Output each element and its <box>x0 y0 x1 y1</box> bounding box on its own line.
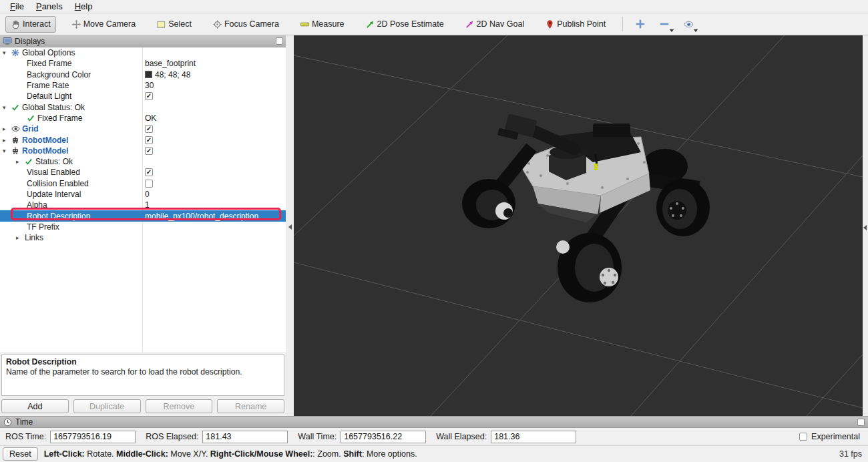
expander-closed-icon[interactable]: ▸ <box>3 137 11 144</box>
expander-open-icon[interactable]: ▾ <box>3 148 11 154</box>
tree-row-robotmodel[interactable]: ▸RobotModel✓ <box>0 134 286 145</box>
displays-panel: Displays ▾Global OptionsFixed Framebase_… <box>0 35 286 416</box>
3d-viewport[interactable] <box>294 35 863 416</box>
tree-row-alpha[interactable]: Alpha1 <box>0 200 286 210</box>
add-button[interactable]: Add <box>1 399 69 413</box>
gear-icon <box>11 49 22 57</box>
tree-row-visual-enabled[interactable]: Visual Enabled✓ <box>0 167 286 178</box>
experimental-label: Experimental <box>811 432 860 441</box>
tree-row-global-options[interactable]: ▾Global Options <box>0 47 286 58</box>
property-label: Background Color <box>27 70 91 79</box>
property-value[interactable]: ✓ <box>145 134 153 145</box>
tree-row-status-ok[interactable]: ▸Status: Ok <box>0 156 286 167</box>
dropdown-caret-icon[interactable] <box>694 29 698 32</box>
tree-row-links[interactable]: ▸Links <box>0 232 286 243</box>
tool-2d-nav-goal[interactable]: 2D Nav Goal <box>459 16 530 33</box>
tree-row-default-light[interactable]: Default Light✓ <box>0 91 286 101</box>
help-segment: Middle-Click: <box>116 449 168 459</box>
time-field-input[interactable] <box>202 431 288 443</box>
property-value[interactable]: ✓ <box>145 124 153 134</box>
checkbox-checked[interactable]: ✓ <box>145 168 153 176</box>
tree-row-robot-description[interactable]: Robot Descriptionmobile_px100/robot_desc… <box>0 210 286 221</box>
help-segment: Shift <box>343 449 362 459</box>
expander-open-icon[interactable]: ▾ <box>3 104 11 111</box>
expander-closed-icon[interactable]: ▸ <box>3 126 11 132</box>
tool-measure[interactable]: Measure <box>294 16 350 33</box>
time-panel-header[interactable]: Time <box>0 416 868 428</box>
displays-panel-title: Displays <box>15 37 45 46</box>
dropdown-caret-icon[interactable] <box>670 29 674 32</box>
property-value[interactable]: ✓ <box>145 91 153 101</box>
tree-row-update-interval[interactable]: Update Interval0 <box>0 189 286 200</box>
checkbox-checked[interactable]: ✓ <box>145 147 153 155</box>
checkbox-checked[interactable]: ✓ <box>145 92 153 100</box>
value-text: 30 <box>145 81 154 90</box>
property-value[interactable]: ✓ <box>145 167 153 178</box>
time-field-ros-time: ROS Time: <box>5 431 136 443</box>
menu-help[interactable]: Help <box>69 1 99 12</box>
property-value: 30 <box>145 80 154 91</box>
expander-closed-icon[interactable]: ▸ <box>16 234 25 241</box>
menu-bar: FilePanelsHelp <box>0 0 868 13</box>
menu-file[interactable]: File <box>4 1 30 12</box>
tool-2d-pose-estimate[interactable]: 2D Pose Estimate <box>360 16 449 33</box>
checkbox-checked[interactable]: ✓ <box>145 125 153 133</box>
time-field-label: ROS Time: <box>5 432 46 441</box>
tree-row-collision-enabled[interactable]: Collision Enabled <box>0 178 286 189</box>
time-field-input[interactable] <box>50 431 136 443</box>
tool-move-camera[interactable]: Move Camera <box>66 16 142 33</box>
property-label: Links <box>25 233 43 242</box>
tree-row-tf-prefix[interactable]: TF Prefix <box>0 222 286 232</box>
focus-icon <box>212 19 222 29</box>
tool-focus-camera[interactable]: Focus Camera <box>207 16 284 33</box>
tool-visibility-button[interactable] <box>679 15 698 33</box>
panel-float-button[interactable] <box>276 37 283 45</box>
pose-arrow-icon <box>365 19 375 29</box>
tree-row-fixed-frame[interactable]: Fixed FrameOK <box>0 113 286 124</box>
property-value: 1 <box>145 200 150 210</box>
tool-interact[interactable]: Interact <box>5 16 56 33</box>
tool-label: Interact <box>23 19 51 29</box>
reset-button[interactable]: Reset <box>3 447 38 461</box>
help-segment: Left-Click: <box>44 449 85 459</box>
value-text: 48; 48; 48 <box>155 70 190 79</box>
time-float-button[interactable] <box>857 419 865 426</box>
property-value: 0 <box>145 189 150 200</box>
time-field-ros-elapsed: ROS Elapsed: <box>146 431 288 443</box>
time-field-input[interactable] <box>491 431 576 443</box>
menu-panels[interactable]: Panels <box>30 1 69 12</box>
right-splitter[interactable] <box>863 35 868 416</box>
panel-splitter[interactable] <box>286 35 294 416</box>
tool-label: 2D Nav Goal <box>477 19 525 29</box>
select-icon <box>156 19 166 29</box>
tool-select[interactable]: Select <box>151 16 197 33</box>
toolbar: InteractMove CameraSelectFocus CameraMea… <box>0 13 868 35</box>
property-value[interactable] <box>145 178 153 189</box>
property-label: Fixed Frame <box>37 113 82 123</box>
expander-open-icon[interactable]: ▾ <box>3 49 11 56</box>
tree-row-robotmodel[interactable]: ▾RobotModel✓ <box>0 146 286 156</box>
right-splitter-collapse-icon[interactable] <box>863 225 867 230</box>
property-value[interactable]: ✓ <box>145 146 153 156</box>
tree-row-grid[interactable]: ▸Grid✓ <box>0 124 286 134</box>
value-text: OK <box>145 113 156 123</box>
tree-row-background-color[interactable]: Background Color48; 48; 48 <box>0 69 286 80</box>
add-tool-button[interactable] <box>631 15 650 33</box>
main-area: Displays ▾Global OptionsFixed Framebase_… <box>0 35 868 416</box>
checkbox-unchecked[interactable] <box>145 180 153 188</box>
tree-row-global-status-ok[interactable]: ▾Global Status: Ok <box>0 101 286 112</box>
tool-publish-point[interactable]: Publish Point <box>539 16 611 33</box>
checkbox-unchecked[interactable] <box>799 433 807 441</box>
help-segment: : Zoom. <box>312 449 343 459</box>
tree-row-fixed-frame[interactable]: Fixed Framebase_footprint <box>0 58 286 69</box>
property-label: Fixed Frame <box>27 59 71 68</box>
property-label: Frame Rate <box>27 81 69 90</box>
splitter-collapse-icon[interactable] <box>288 224 292 230</box>
displays-panel-header[interactable]: Displays <box>0 35 286 47</box>
expander-closed-icon[interactable]: ▸ <box>16 158 25 165</box>
checkbox-checked[interactable]: ✓ <box>145 136 153 144</box>
clock-icon <box>3 418 12 427</box>
time-field-input[interactable] <box>341 431 426 443</box>
tree-row-frame-rate[interactable]: Frame Rate30 <box>0 80 286 91</box>
remove-tool-button[interactable] <box>655 15 674 33</box>
